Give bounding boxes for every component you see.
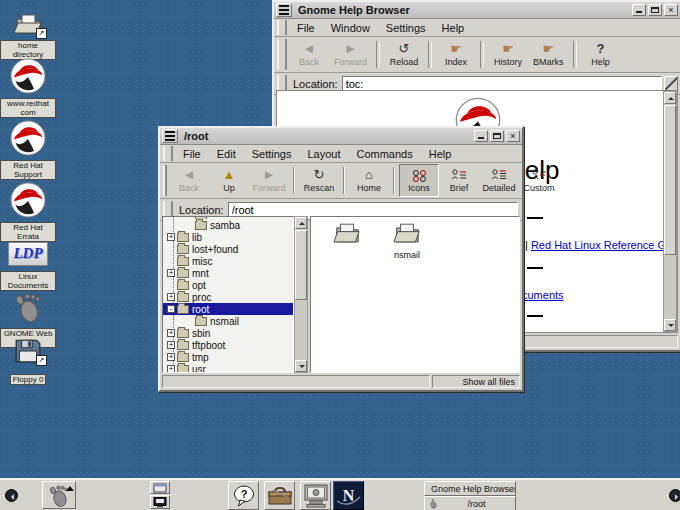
tree-item[interactable]: + tmp [163,351,293,363]
file-icon-pane[interactable]: nsmail [310,216,520,373]
back-button[interactable]: ◄ Back [289,38,329,71]
tree-expander[interactable]: + [167,329,175,337]
history-button[interactable]: ☛ History [488,38,528,71]
up-button[interactable]: ▲ Up [209,164,249,197]
file-folder-item[interactable]: nsmail [379,222,435,260]
content-scrollbar[interactable] [663,91,677,332]
scroll-up-button[interactable] [664,92,676,104]
help-launcher[interactable]: ? [228,481,259,510]
configuration-tool-launcher[interactable] [264,481,295,510]
panel-hide-right-button[interactable] [669,489,680,502]
close-button[interactable]: × [506,130,520,142]
brief-view-button[interactable]: Brief [439,164,479,197]
netscape-launcher[interactable]: N [333,481,364,510]
task-app-icon [428,498,438,509]
menu-file[interactable]: File [175,147,209,161]
small-applet-button-bottom[interactable] [150,495,170,509]
desktop-icon-linux-documents[interactable]: LDP Linux Documents [0,242,56,292]
tree-item-selected[interactable]: - root [163,303,293,315]
tree-item[interactable]: lost+found [163,243,293,255]
scrollbar-thumb[interactable] [664,105,676,255]
tree-scrollbar[interactable] [294,216,308,373]
forward-icon: ► [344,42,357,56]
tree-expander[interactable]: + [167,365,175,373]
custom-view-button[interactable]: Custom [519,164,559,197]
tree-item[interactable]: + usr [163,363,293,373]
scroll-down-button[interactable] [664,319,676,331]
rescan-icon: ↻ [314,168,325,182]
tree-expander[interactable]: - [167,305,175,313]
window-menu-icon[interactable] [276,3,292,17]
documents-link-fragment[interactable]: cuments [522,289,564,301]
detailed-view-button[interactable]: Detailed [479,164,519,197]
desktop-icon-red-hat-errata[interactable]: Red Hat Errata [0,182,56,243]
tree-expander[interactable]: + [167,353,175,361]
menu-settings[interactable]: Settings [244,147,300,161]
tree-item[interactable]: + tftpboot [163,339,293,351]
back-icon: ◄ [303,42,316,56]
scroll-down-button[interactable] [295,360,307,372]
menu-commands[interactable]: Commands [348,147,420,161]
tree-item[interactable]: samba [163,219,293,231]
panel-hide-left-button[interactable] [5,489,18,502]
small-applet-button-top[interactable] [150,481,170,494]
menu-help[interactable]: Help [434,21,473,35]
tree-item[interactable]: + mnt [163,267,293,279]
drag-handle[interactable] [163,165,167,196]
drag-handle[interactable] [277,20,287,35]
reload-button[interactable]: ↺ Reload [384,38,424,71]
forward-button[interactable]: ► Forward [329,38,372,71]
index-button[interactable]: ☛ Index [436,38,476,71]
tree-item[interactable]: + proc [163,291,293,303]
tree-expander[interactable]: + [167,269,175,277]
gmc-title-bar[interactable]: /root × [160,128,522,145]
terminal-launcher[interactable] [300,481,331,510]
desktop-icon-floppy-0[interactable]: ↗ Floppy 0 [0,338,56,386]
back-button[interactable]: ◄ Back [169,164,209,197]
menu-layout[interactable]: Layout [299,147,348,161]
maximize-button[interactable] [490,130,504,142]
task-button-root[interactable]: /root [424,496,516,510]
rescan-button[interactable]: ↻ Rescan [299,164,339,197]
tree-item[interactable]: opt [163,279,293,291]
drag-handle[interactable] [277,39,287,70]
scroll-up-button[interactable] [295,217,307,229]
desktop-icon-home-directory[interactable]: ↗ home directory [0,12,56,61]
tree-item[interactable]: + sbin [163,327,293,339]
red-hat-logo-icon [10,182,46,218]
help-title-bar[interactable]: Gnome Help Browser × [274,2,680,19]
menu-file[interactable]: File [289,21,323,35]
bookmarks-button[interactable]: ☛ BMarks [528,38,569,71]
minimize-button[interactable] [474,130,488,142]
menu-window[interactable]: Window [323,21,378,35]
desktop-icon-red-hat-support[interactable]: Red Hat Support [0,120,56,181]
close-button[interactable]: × [664,4,678,16]
tree-expander[interactable]: + [167,341,175,349]
desktop-icon-www-redhat-com[interactable]: www.redhat com [0,58,56,119]
icons-view-button[interactable]: Icons [399,164,439,197]
menu-edit[interactable]: Edit [209,147,244,161]
tree-item[interactable]: misc [163,255,293,267]
reference-guide-link[interactable]: Red Hat Linux Reference Guide [531,239,678,251]
drag-handle[interactable] [163,146,173,161]
menu-settings[interactable]: Settings [378,21,434,35]
tree-item[interactable]: + lib [163,231,293,243]
file-manager-window: /root × File Edit Settings Layout Comman… [158,126,524,392]
tree-item[interactable]: nsmail [163,315,293,327]
home-button[interactable]: ⌂ Home [349,164,389,197]
tree-item-label: usr [192,364,206,374]
tree-expander[interactable]: + [167,293,175,301]
main-menu-button[interactable] [42,481,76,509]
scrollbar-thumb[interactable] [295,230,307,300]
tree-expander[interactable]: + [167,233,175,241]
window-menu-icon[interactable] [162,129,178,143]
history-icon: ☛ [502,42,514,56]
file-folder-item[interactable] [319,222,375,250]
help-bubble-icon: ? [232,484,256,508]
forward-button[interactable]: ► Forward [249,164,289,197]
minimize-button[interactable] [632,4,646,16]
maximize-button[interactable] [648,4,662,16]
menu-help[interactable]: Help [421,147,460,161]
help-button[interactable]: ? Help [581,38,621,71]
task-button-help-browser[interactable]: Gnome Help Browser [424,481,516,496]
